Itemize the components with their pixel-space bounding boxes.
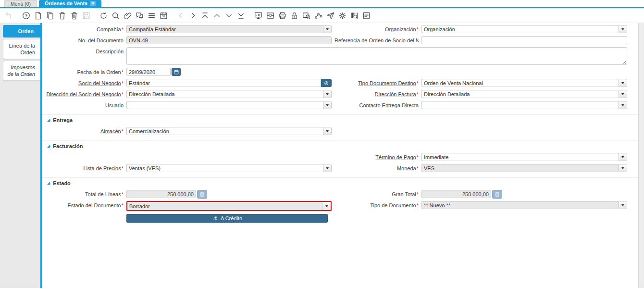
next-record-icon[interactable] (223, 10, 235, 22)
usuario-input[interactable] (126, 101, 323, 109)
almacen-field[interactable] (126, 127, 332, 135)
direccion-factura-input[interactable] (421, 90, 619, 98)
chevron-down-icon[interactable] (323, 25, 332, 33)
chevron-down-icon[interactable] (619, 101, 627, 109)
gran-total-field[interactable] (421, 190, 627, 198)
tipo-doc-destino-field[interactable] (421, 79, 627, 87)
lista-precios-input[interactable] (126, 164, 323, 172)
tab-menu[interactable]: Menú (0) (4, 0, 37, 7)
termino-pago-field[interactable] (421, 153, 627, 161)
workflow-icon[interactable] (312, 10, 324, 22)
scrollbar[interactable] (638, 23, 644, 288)
svg-text:31: 31 (162, 15, 165, 18)
no-documento-input[interactable] (126, 36, 332, 44)
first-record-icon[interactable] (199, 10, 211, 22)
chevron-down-icon[interactable] (323, 101, 332, 109)
descripcion-textarea[interactable] (126, 47, 627, 65)
new-record-icon[interactable] (32, 10, 44, 22)
chevron-down-icon[interactable] (619, 90, 627, 98)
moneda-field[interactable] (421, 164, 627, 172)
tab-ordenes-de-venta[interactable]: Órdenes de Venta × (39, 0, 101, 7)
chevron-down-icon[interactable] (619, 25, 627, 33)
last-record-icon[interactable] (235, 10, 247, 22)
report-icon[interactable] (252, 10, 264, 22)
a-credito-button[interactable]: A Crédito (126, 214, 328, 223)
estado-documento-field[interactable] (127, 202, 331, 210)
print-icon[interactable] (276, 10, 288, 22)
organizacion-field[interactable] (421, 25, 627, 33)
termino-pago-input[interactable] (421, 153, 619, 161)
sidebar-tab-linea-de-la-orden[interactable]: Línea de la Orden (3, 39, 40, 59)
almacen-label: Almacén* (45, 127, 124, 134)
sidebar-tab-impuestos-de-la-orden[interactable]: Impuestos de la Orden (3, 61, 40, 81)
referencia-field[interactable] (421, 36, 627, 44)
credit-icon (212, 215, 218, 222)
contacto-input[interactable] (421, 101, 619, 109)
tipo-doc-destino-input[interactable] (421, 79, 619, 87)
calendar-icon[interactable] (172, 68, 181, 76)
delete-record-icon[interactable] (56, 10, 68, 22)
archive-icon[interactable] (264, 10, 276, 22)
history-icon[interactable]: 31 (158, 10, 170, 22)
chat-icon[interactable] (134, 10, 146, 22)
collapse-triangle-icon: ◢ (47, 181, 50, 185)
process-icon[interactable] (336, 10, 348, 22)
find-icon[interactable] (110, 10, 122, 22)
section-estado[interactable]: ◢ Estado (42, 177, 638, 190)
compania-field[interactable] (126, 25, 332, 33)
chevron-down-icon[interactable] (619, 79, 627, 87)
contacto-field[interactable] (421, 101, 627, 109)
chevron-down-icon[interactable] (619, 153, 627, 161)
fecha-orden-input[interactable] (126, 68, 171, 76)
fecha-orden-field[interactable] (126, 68, 332, 76)
usuario-field[interactable] (126, 101, 332, 109)
quick-form-icon[interactable] (360, 10, 372, 22)
sidebar-tab-orden[interactable]: Orden (3, 25, 40, 38)
chevron-down-icon[interactable] (322, 202, 331, 210)
grid-toggle-icon[interactable] (146, 10, 158, 22)
socio-label: Socio del Negocio* (45, 79, 124, 86)
attachment-icon[interactable] (122, 10, 134, 22)
product-info-icon[interactable] (348, 10, 360, 22)
copy-record-icon[interactable] (44, 10, 56, 22)
close-icon[interactable]: × (90, 1, 96, 6)
parent-record-icon (175, 10, 187, 22)
direccion-socio-field[interactable] (126, 90, 332, 98)
referencia-input[interactable] (421, 36, 627, 44)
section-entrega[interactable]: ◢ Entrega (42, 114, 638, 127)
tipo-documento-field[interactable] (421, 201, 627, 209)
chevron-down-icon[interactable] (619, 201, 627, 209)
chevron-down-icon[interactable] (323, 127, 332, 135)
socio-input[interactable] (126, 79, 321, 87)
calculator-icon[interactable] (492, 190, 502, 199)
organizacion-input[interactable] (421, 25, 619, 33)
moneda-input[interactable] (421, 164, 619, 172)
gran-total-input[interactable] (421, 190, 491, 198)
delete-selection-icon[interactable] (68, 10, 80, 22)
no-documento-field[interactable] (126, 36, 332, 44)
private-record-icon[interactable] (288, 10, 300, 22)
almacen-input[interactable] (126, 127, 323, 135)
direccion-factura-field[interactable] (421, 90, 627, 98)
compania-input[interactable] (126, 25, 323, 33)
socio-field[interactable] (126, 79, 332, 87)
zoom-across-icon[interactable] (300, 10, 312, 22)
window-tabbar: Menú (0) Órdenes de Venta × (0, 0, 644, 8)
section-facturacion[interactable]: ◢ Facturación (42, 140, 638, 153)
estado-documento-input[interactable] (127, 202, 322, 210)
previous-record-icon[interactable] (211, 10, 223, 22)
detail-record-icon[interactable] (187, 10, 199, 22)
refresh-icon[interactable] (98, 10, 110, 22)
chevron-down-icon[interactable] (619, 164, 627, 172)
chevron-down-icon[interactable] (323, 164, 332, 172)
calculator-icon[interactable] (197, 190, 207, 199)
record-search-icon[interactable] (321, 79, 332, 87)
request-icon[interactable] (324, 10, 336, 22)
tipo-documento-input[interactable] (421, 201, 619, 209)
help-icon[interactable]: ? (20, 10, 32, 22)
lista-precios-field[interactable] (126, 164, 332, 172)
direccion-socio-input[interactable] (126, 90, 323, 98)
chevron-down-icon[interactable] (323, 90, 332, 98)
total-lineas-field[interactable] (126, 190, 332, 198)
total-lineas-input[interactable] (126, 190, 196, 198)
